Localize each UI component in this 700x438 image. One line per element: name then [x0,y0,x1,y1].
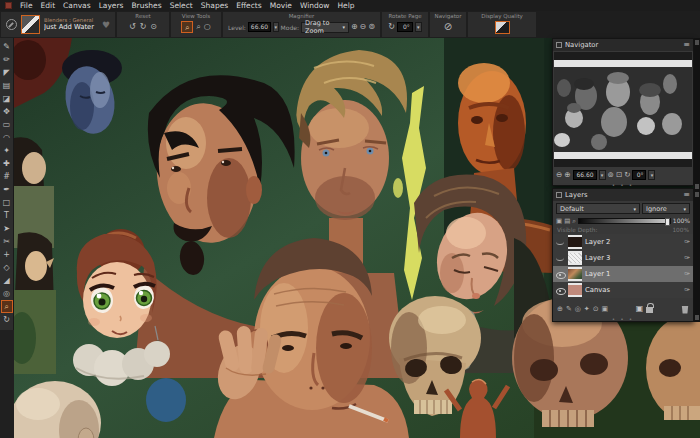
menu-item-file[interactable]: File [20,0,33,11]
menu-item-effects[interactable]: Effects [236,0,262,11]
menu-item-brushes[interactable]: Brushes [131,0,161,11]
layer-pickup-icon[interactable]: ▤ [564,217,570,225]
layers-panel-menu-icon[interactable]: ≡ [683,190,690,200]
delete-layer-icon[interactable] [681,306,689,314]
pencil-tool[interactable]: ✏ [1,53,13,66]
new-layer-icon[interactable]: ⊕ [557,305,563,313]
nav-zoom-reset-icon[interactable]: ⊚ [608,170,614,179]
transparency-checker-icon[interactable]: ▣ [636,304,644,313]
rotate-page-tool[interactable]: ↻ [1,313,13,326]
composite-depth-dropdown[interactable]: Ignore ▾ [642,203,690,214]
display-quality-icon[interactable] [495,21,510,34]
navigator-panel-menu-icon[interactable]: ≡ [683,40,690,50]
nav-zoom-caret[interactable]: ▾ [599,170,606,180]
dynamic-plugins-icon[interactable]: ✦ [584,305,590,313]
dock-scroll-handle[interactable] [695,315,699,320]
nav-zoom-in-icon[interactable]: ⊕ [564,170,570,179]
dock-scroll-handle[interactable] [695,40,699,45]
dock-scroll-handle[interactable] [695,192,699,197]
menu-item-help[interactable]: Help [337,0,354,11]
layers-panel-header[interactable]: Layers ≡ [553,189,693,201]
shape-select-tool[interactable]: ➤ [1,222,13,235]
brush-variant-icon[interactable] [21,15,40,34]
zoom-in-icon[interactable]: ⊕ [351,21,358,33]
navigator-thumbnail[interactable] [554,52,692,167]
panel-dock-scrollbar[interactable] [694,38,700,322]
paint-bucket-tool[interactable]: ◎ [1,287,13,300]
nav-angle-caret[interactable]: ▾ [648,170,655,180]
opacity-slider[interactable] [578,218,671,224]
composite-method-dropdown[interactable]: Default ▾ [556,203,640,214]
menu-item-select[interactable]: Select [170,0,193,11]
reset-tool-icon[interactable]: ↺ [129,21,136,33]
rotate-angle-field[interactable]: 0° [397,22,413,32]
rect-select-tool[interactable]: ▭ [1,118,13,131]
visibility-eye-icon[interactable] [556,286,565,295]
add-point-tool[interactable]: + [1,248,13,261]
menu-item-movie[interactable]: Movie [270,0,292,11]
menu-item-edit[interactable]: Edit [41,0,56,11]
rotate-view-icon[interactable]: ○ [204,21,211,33]
magic-wand-tool[interactable]: ✦ [1,144,13,157]
visibility-eye-icon[interactable] [556,270,565,279]
chalk-tool[interactable]: ◪ [1,92,13,105]
zoom-out-icon[interactable]: ⊖ [360,21,367,33]
dropper-tool[interactable]: ◢ [1,274,13,287]
layer-attribute-icon[interactable]: ✑ [684,238,690,246]
nav-zoom-out-icon[interactable]: ⊖ [556,170,562,179]
group-layers-icon[interactable]: ▣ [602,305,609,313]
lock-layer-icon[interactable] [646,307,653,313]
brush-labels[interactable]: Blenders : General Just Add Water [44,18,98,31]
nav-rotate-icon[interactable]: ↻ [624,170,630,179]
magnifier-view-icon[interactable]: ⌕ [181,21,193,33]
magnifier-tool[interactable]: ⌕ [1,300,13,313]
brush-tool[interactable]: ✎ [1,40,13,53]
zoom-level-spinner[interactable]: ▾ [273,22,279,32]
layer-row-canvas[interactable]: Canvas ✑ [553,282,693,298]
text-tool[interactable]: T [1,209,13,222]
menu-item-layers[interactable]: Layers [99,0,124,11]
convert-point-tool[interactable]: ◇ [1,261,13,274]
layer-row-layer2[interactable]: Layer 2 ✑ [553,234,693,250]
new-watercolor-layer-icon[interactable]: ✎ [566,305,572,313]
pen-tool[interactable]: ✒ [1,183,13,196]
reset-all-tools-icon[interactable]: ↻ [140,21,147,33]
paper-selector-tool[interactable]: ▤ [1,79,13,92]
layer-attribute-icon[interactable]: ✑ [684,254,690,262]
rotate-page-icon[interactable]: ↻ [388,21,395,33]
nav-angle-field[interactable]: 0° [632,170,646,180]
transform-tool[interactable]: ✥ [1,105,13,118]
lasso-tool[interactable]: ◠ [1,131,13,144]
visibility-eye-icon[interactable] [556,238,565,247]
layer-mask-icon[interactable]: ⊙ [593,305,599,313]
rect-shape-tool[interactable]: □ [1,196,13,209]
menu-item-shapes[interactable]: Shapes [201,0,228,11]
zoom-mode-dropdown[interactable]: Drag to Zoom ▾ [301,22,349,33]
zoom-reset-icon[interactable]: ⊚ [368,21,375,33]
scissors-tool[interactable]: ✂ [1,235,13,248]
new-liquid-ink-layer-icon[interactable]: ◎ [575,305,581,313]
crop-tool[interactable]: # [1,170,13,183]
favorite-heart-icon[interactable]: ♥ [102,20,110,30]
zoom-level-field[interactable]: 66.60 [248,22,271,32]
layer-attribute-icon[interactable]: ✑ [684,286,690,294]
rotate-angle-spinner[interactable]: ▾ [415,22,422,32]
navigator-panel-header[interactable]: Navigator ≡ [553,39,693,51]
layer-row-layer1[interactable]: Layer 1 ✑ [553,266,693,282]
layers-drag-handle[interactable]: • • • [553,315,693,323]
brush-library-icon[interactable] [6,19,17,30]
layer-lock-transparency-icon[interactable]: ▣ [556,217,562,225]
dock-scroll-handle[interactable] [695,184,699,189]
visibility-eye-icon[interactable] [556,254,565,263]
nav-fit-icon[interactable]: ⊡ [616,170,622,179]
menu-item-canvas[interactable]: Canvas [63,0,91,11]
layer-attribute-icon[interactable]: ✑ [684,270,690,278]
nav-zoom-field[interactable]: 66.60 [573,170,597,180]
grabber-view-icon[interactable]: ⌕ [196,21,200,33]
layer-adjuster-tool[interactable]: ✚ [1,157,13,170]
navigator-compass-icon[interactable]: ⊘ [444,21,452,33]
menu-item-window[interactable]: Window [300,0,330,11]
eraser-tool[interactable]: ◤ [1,66,13,79]
layer-row-layer3[interactable]: Layer 3 ✑ [553,250,693,266]
restore-defaults-icon[interactable]: ⊙ [150,21,157,33]
